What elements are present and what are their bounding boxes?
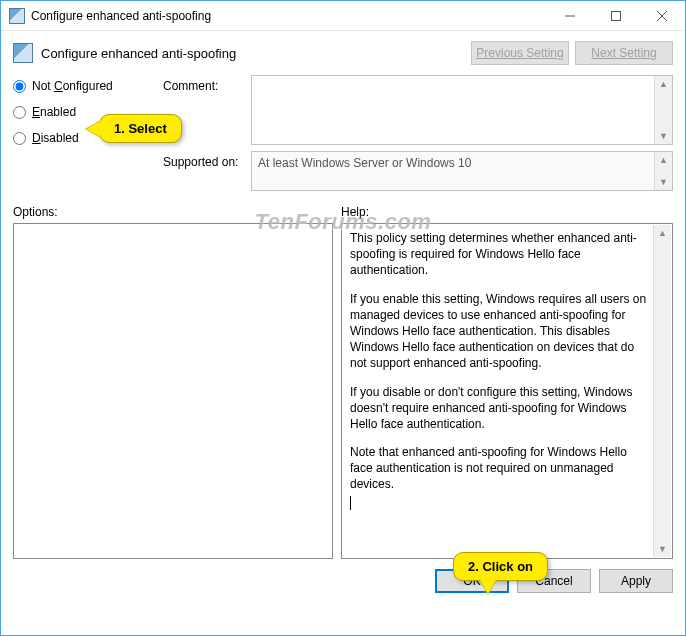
- scroll-down-icon[interactable]: ▼: [654, 541, 671, 557]
- supported-on-box: At least Windows Server or Windows 10 ▲ …: [251, 151, 673, 191]
- maximize-button[interactable]: [593, 1, 639, 30]
- annotation-step1: 1. Select: [99, 114, 182, 143]
- titlebar: Configure enhanced anti-spoofing: [1, 1, 685, 31]
- help-pane[interactable]: This policy setting determines whether e…: [341, 223, 673, 559]
- window-title: Configure enhanced anti-spoofing: [31, 9, 547, 23]
- radio-disabled-label: Disabled: [32, 131, 79, 145]
- dialog-buttons: OK Cancel Apply: [1, 559, 685, 601]
- comment-scrollbar[interactable]: ▲ ▼: [654, 76, 672, 144]
- svg-rect-0: [612, 11, 621, 20]
- text-cursor: [350, 496, 351, 510]
- help-scrollbar[interactable]: ▲ ▼: [653, 225, 671, 557]
- scroll-down-icon[interactable]: ▼: [655, 128, 672, 144]
- radio-not-configured[interactable]: Not Configured: [13, 79, 163, 93]
- help-p1: This policy setting determines whether e…: [350, 230, 650, 279]
- next-setting-button[interactable]: Next Setting: [575, 41, 673, 65]
- help-label: Help:: [341, 205, 369, 219]
- content-panes: This policy setting determines whether e…: [1, 221, 685, 559]
- help-text: This policy setting determines whether e…: [350, 230, 650, 511]
- scroll-down-icon[interactable]: ▼: [655, 174, 672, 190]
- radio-disabled-input[interactable]: [13, 132, 26, 145]
- callout-tail-icon: [480, 580, 496, 594]
- annotation-step2-text: 2. Click on: [468, 559, 533, 574]
- supported-on-value: At least Windows Server or Windows 10: [258, 156, 471, 170]
- nav-buttons: Previous Setting Next Setting: [471, 41, 673, 65]
- window-controls: [547, 1, 685, 30]
- header-row: Configure enhanced anti-spoofing Previou…: [1, 31, 685, 71]
- annotation-step1-text: 1. Select: [114, 121, 167, 136]
- comment-textarea[interactable]: ▲ ▼: [251, 75, 673, 145]
- radio-not-configured-label: Not Configured: [32, 79, 113, 93]
- options-label: Options:: [13, 205, 341, 219]
- help-p3: If you disable or don't configure this s…: [350, 384, 650, 433]
- scroll-up-icon[interactable]: ▲: [655, 152, 672, 168]
- radio-enabled-label: Enabled: [32, 105, 76, 119]
- callout-tail-icon: [86, 121, 100, 137]
- app-icon: [9, 8, 25, 24]
- section-labels: Options: Help:: [1, 191, 685, 221]
- scroll-up-icon[interactable]: ▲: [655, 76, 672, 92]
- help-p4: Note that enhanced anti-spoofing for Win…: [350, 444, 650, 493]
- annotation-step2: 2. Click on: [453, 552, 548, 581]
- supported-on-label: Supported on:: [163, 145, 251, 191]
- close-button[interactable]: [639, 1, 685, 30]
- policy-icon: [13, 43, 33, 63]
- scroll-up-icon[interactable]: ▲: [654, 225, 671, 241]
- help-p2: If you enable this setting, Windows requ…: [350, 291, 650, 372]
- minimize-button[interactable]: [547, 1, 593, 30]
- radio-enabled-input[interactable]: [13, 106, 26, 119]
- page-title: Configure enhanced anti-spoofing: [41, 46, 463, 61]
- options-pane[interactable]: [13, 223, 333, 559]
- radio-not-configured-input[interactable]: [13, 80, 26, 93]
- previous-setting-button[interactable]: Previous Setting: [471, 41, 569, 65]
- supported-scrollbar[interactable]: ▲ ▼: [654, 152, 672, 190]
- apply-button[interactable]: Apply: [599, 569, 673, 593]
